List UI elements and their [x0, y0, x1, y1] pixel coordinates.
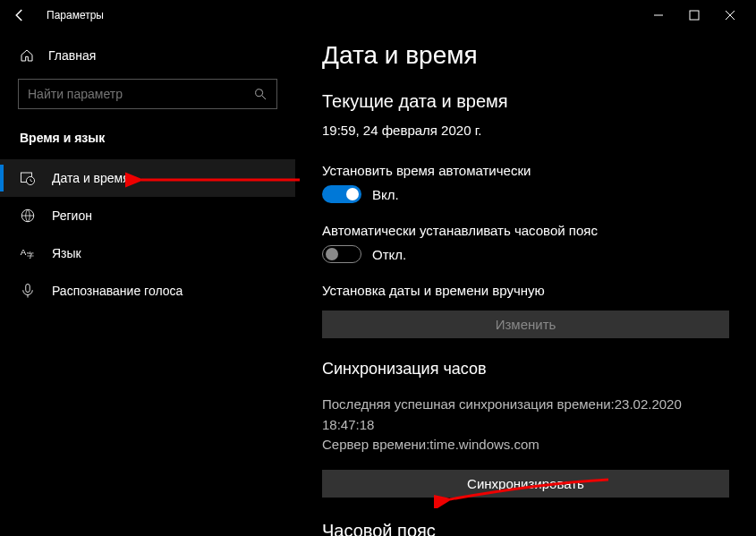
nav-item-speech[interactable]: Распознавание голоса	[0, 272, 295, 310]
group-label: Время и язык	[0, 122, 295, 159]
sync-button[interactable]: Синхронизировать	[322, 470, 729, 498]
auto-time-state: Вкл.	[372, 187, 399, 202]
nav-item-label: Дата и время	[52, 171, 130, 185]
sidebar: Главная Время и язык Дата и время Ре	[0, 30, 295, 536]
current-datetime-value: 19:59, 24 февраля 2020 г.	[322, 123, 729, 138]
close-button[interactable]	[722, 7, 738, 23]
current-datetime-section: Текущие дата и время	[322, 91, 729, 112]
sync-server: Сервер времени:time.windows.com	[322, 435, 729, 455]
search-box[interactable]	[18, 79, 277, 109]
home-icon	[20, 48, 34, 63]
titlebar: Параметры	[0, 0, 756, 30]
nav-item-datetime[interactable]: Дата и время	[0, 159, 295, 197]
auto-time-toggle[interactable]	[322, 185, 361, 203]
auto-tz-state: Откл.	[372, 247, 406, 262]
auto-time-label: Установить время автоматически	[322, 163, 729, 178]
home-link[interactable]: Главная	[0, 41, 295, 72]
tz-section: Часовой пояс	[322, 521, 729, 537]
search-icon	[253, 87, 268, 101]
back-button[interactable]	[9, 4, 30, 26]
content: Дата и время Текущие дата и время 19:59,…	[295, 30, 756, 536]
nav-item-label: Регион	[52, 208, 92, 223]
nav-item-language[interactable]: A字 Язык	[0, 234, 295, 272]
svg-line-5	[262, 96, 266, 99]
svg-rect-13	[26, 285, 30, 293]
svg-text:A: A	[21, 247, 27, 257]
manual-set-label: Установка даты и времени вручную	[322, 283, 729, 298]
change-button[interactable]: Изменить	[322, 311, 729, 338]
maximize-button[interactable]	[686, 7, 702, 23]
clock-calendar-icon	[20, 170, 36, 186]
svg-rect-1	[690, 11, 699, 20]
sync-info: Последняя успешная синхронизация времени…	[322, 395, 729, 455]
nav-item-label: Язык	[52, 246, 81, 260]
auto-tz-toggle[interactable]	[322, 245, 361, 263]
sync-section: Синхронизация часов	[322, 360, 729, 379]
language-icon: A字	[20, 245, 36, 261]
globe-icon	[20, 208, 36, 224]
window-title: Параметры	[47, 9, 104, 21]
nav-item-region[interactable]: Регион	[0, 197, 295, 234]
svg-text:字: 字	[27, 251, 34, 259]
svg-point-4	[256, 89, 263, 97]
page-title: Дата и время	[322, 41, 729, 70]
microphone-icon	[20, 283, 36, 299]
search-input[interactable]	[28, 87, 253, 101]
auto-tz-label: Автоматически устанавливать часовой пояс	[322, 223, 729, 238]
minimize-button[interactable]	[650, 7, 667, 23]
home-label: Главная	[48, 48, 96, 63]
sync-last: Последняя успешная синхронизация времени…	[322, 395, 729, 435]
nav-item-label: Распознавание голоса	[52, 284, 183, 298]
